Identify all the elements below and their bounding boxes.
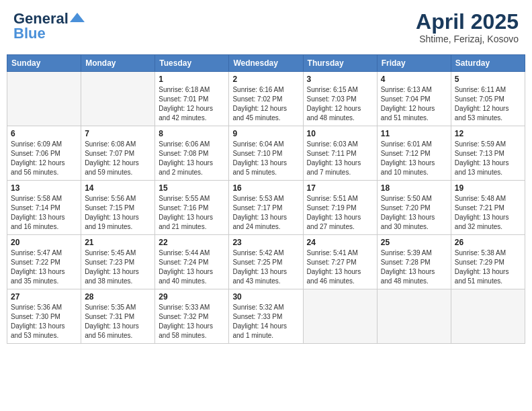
calendar-cell: 11Sunrise: 6:01 AM Sunset: 7:12 PM Dayli… [377,126,451,181]
day-number: 26 [455,238,521,247]
calendar-cell: 19Sunrise: 5:48 AM Sunset: 7:21 PM Dayli… [451,181,525,235]
calendar-cell: 2Sunrise: 6:16 AM Sunset: 7:02 PM Daylig… [229,72,303,126]
day-info: Sunrise: 6:13 AM Sunset: 7:04 PM Dayligh… [381,85,447,123]
day-info: Sunrise: 5:41 AM Sunset: 7:27 PM Dayligh… [307,248,373,286]
day-number: 1 [159,75,225,84]
calendar-cell: 5Sunrise: 6:11 AM Sunset: 7:05 PM Daylig… [451,72,525,126]
day-info: Sunrise: 5:42 AM Sunset: 7:25 PM Dayligh… [232,248,299,286]
calendar-table: Sunday Monday Tuesday Wednesday Thursday… [7,54,525,344]
day-number: 12 [455,129,521,138]
day-info: Sunrise: 5:47 AM Sunset: 7:22 PM Dayligh… [11,248,77,286]
calendar-cell: 24Sunrise: 5:41 AM Sunset: 7:27 PM Dayli… [303,235,377,289]
page-header: General Blue April 2025 Shtime, Ferizaj,… [7,7,525,48]
day-info: Sunrise: 6:11 AM Sunset: 7:05 PM Dayligh… [455,85,521,123]
calendar-cell: 4Sunrise: 6:13 AM Sunset: 7:04 PM Daylig… [377,72,451,126]
calendar-cell: 15Sunrise: 5:55 AM Sunset: 7:16 PM Dayli… [155,181,229,235]
calendar-cell [377,289,451,344]
day-info: Sunrise: 5:33 AM Sunset: 7:32 PM Dayligh… [159,303,225,340]
day-info: Sunrise: 6:18 AM Sunset: 7:01 PM Dayligh… [159,85,225,123]
logo: General Blue [13,10,85,42]
day-number: 21 [85,238,151,247]
day-info: Sunrise: 6:04 AM Sunset: 7:10 PM Dayligh… [232,140,299,177]
calendar-cell: 17Sunrise: 5:51 AM Sunset: 7:19 PM Dayli… [303,181,377,235]
day-number: 11 [381,129,447,138]
day-number: 10 [307,129,373,138]
day-info: Sunrise: 5:32 AM Sunset: 7:33 PM Dayligh… [232,303,299,340]
day-number: 4 [381,75,447,84]
day-number: 8 [159,129,225,138]
day-number: 23 [232,238,299,247]
day-info: Sunrise: 5:38 AM Sunset: 7:29 PM Dayligh… [455,248,521,286]
calendar-week-row: 1Sunrise: 6:18 AM Sunset: 7:01 PM Daylig… [7,72,525,126]
day-number: 19 [455,183,521,193]
day-info: Sunrise: 6:08 AM Sunset: 7:07 PM Dayligh… [85,140,151,177]
calendar-cell [7,72,81,126]
calendar-cell: 21Sunrise: 5:45 AM Sunset: 7:23 PM Dayli… [81,235,155,289]
calendar-week-row: 27Sunrise: 5:36 AM Sunset: 7:30 PM Dayli… [7,289,525,344]
calendar-cell [451,289,525,344]
calendar-cell: 12Sunrise: 5:59 AM Sunset: 7:13 PM Dayli… [451,126,525,181]
day-number: 15 [159,183,225,193]
day-number: 29 [159,292,225,302]
day-info: Sunrise: 5:51 AM Sunset: 7:19 PM Dayligh… [307,194,373,232]
col-saturday: Saturday [451,55,525,72]
calendar-cell: 6Sunrise: 6:09 AM Sunset: 7:06 PM Daylig… [7,126,81,181]
logo-icon [70,13,85,22]
day-info: Sunrise: 6:16 AM Sunset: 7:02 PM Dayligh… [232,85,299,123]
col-thursday: Thursday [303,55,377,72]
calendar-cell: 25Sunrise: 5:39 AM Sunset: 7:28 PM Dayli… [377,235,451,289]
col-sunday: Sunday [7,55,81,72]
calendar-cell: 22Sunrise: 5:44 AM Sunset: 7:24 PM Dayli… [155,235,229,289]
day-info: Sunrise: 5:48 AM Sunset: 7:21 PM Dayligh… [455,194,521,232]
day-number: 3 [307,75,373,84]
day-number: 9 [232,129,299,138]
day-info: Sunrise: 6:06 AM Sunset: 7:08 PM Dayligh… [159,140,225,177]
day-info: Sunrise: 6:03 AM Sunset: 7:11 PM Dayligh… [307,140,373,177]
calendar-cell: 14Sunrise: 5:56 AM Sunset: 7:15 PM Dayli… [81,181,155,235]
day-number: 28 [85,292,151,302]
day-info: Sunrise: 5:44 AM Sunset: 7:24 PM Dayligh… [159,248,225,286]
calendar-cell: 28Sunrise: 5:35 AM Sunset: 7:31 PM Dayli… [81,289,155,344]
calendar-cell: 3Sunrise: 6:15 AM Sunset: 7:03 PM Daylig… [303,72,377,126]
calendar-cell: 8Sunrise: 6:06 AM Sunset: 7:08 PM Daylig… [155,126,229,181]
day-number: 14 [85,183,151,193]
calendar-cell: 23Sunrise: 5:42 AM Sunset: 7:25 PM Dayli… [229,235,303,289]
calendar-week-row: 6Sunrise: 6:09 AM Sunset: 7:06 PM Daylig… [7,126,525,181]
day-info: Sunrise: 5:53 AM Sunset: 7:17 PM Dayligh… [232,194,299,232]
day-number: 7 [85,129,151,138]
calendar-cell [81,72,155,126]
logo-blue: Blue [13,25,46,42]
col-monday: Monday [81,55,155,72]
day-number: 6 [11,129,77,138]
svg-marker-0 [70,13,85,22]
day-number: 25 [381,238,447,247]
day-info: Sunrise: 5:45 AM Sunset: 7:23 PM Dayligh… [85,248,151,286]
calendar-cell: 27Sunrise: 5:36 AM Sunset: 7:30 PM Dayli… [7,289,81,344]
calendar-cell: 10Sunrise: 6:03 AM Sunset: 7:11 PM Dayli… [303,126,377,181]
day-number: 24 [307,238,373,247]
day-number: 22 [159,238,225,247]
calendar-cell: 9Sunrise: 6:04 AM Sunset: 7:10 PM Daylig… [229,126,303,181]
day-info: Sunrise: 6:09 AM Sunset: 7:06 PM Dayligh… [11,140,77,177]
calendar-cell: 16Sunrise: 5:53 AM Sunset: 7:17 PM Dayli… [229,181,303,235]
title-block: April 2025 Shtime, Ferizaj, Kosovo [416,10,519,44]
day-info: Sunrise: 5:59 AM Sunset: 7:13 PM Dayligh… [455,140,521,177]
day-info: Sunrise: 5:50 AM Sunset: 7:20 PM Dayligh… [381,194,447,232]
col-friday: Friday [377,55,451,72]
day-info: Sunrise: 6:15 AM Sunset: 7:03 PM Dayligh… [307,85,373,123]
calendar-cell: 13Sunrise: 5:58 AM Sunset: 7:14 PM Dayli… [7,181,81,235]
calendar-header-row: Sunday Monday Tuesday Wednesday Thursday… [7,55,525,72]
day-info: Sunrise: 5:56 AM Sunset: 7:15 PM Dayligh… [85,194,151,232]
col-wednesday: Wednesday [229,55,303,72]
calendar-week-row: 20Sunrise: 5:47 AM Sunset: 7:22 PM Dayli… [7,235,525,289]
day-number: 18 [381,183,447,193]
day-info: Sunrise: 5:35 AM Sunset: 7:31 PM Dayligh… [85,303,151,340]
day-info: Sunrise: 5:58 AM Sunset: 7:14 PM Dayligh… [11,194,77,232]
month-year: April 2025 [416,10,519,34]
calendar-cell: 30Sunrise: 5:32 AM Sunset: 7:33 PM Dayli… [229,289,303,344]
day-info: Sunrise: 6:01 AM Sunset: 7:12 PM Dayligh… [381,140,447,177]
calendar-cell: 18Sunrise: 5:50 AM Sunset: 7:20 PM Dayli… [377,181,451,235]
calendar-cell [303,289,377,344]
location: Shtime, Ferizaj, Kosovo [416,34,519,44]
calendar-week-row: 13Sunrise: 5:58 AM Sunset: 7:14 PM Dayli… [7,181,525,235]
